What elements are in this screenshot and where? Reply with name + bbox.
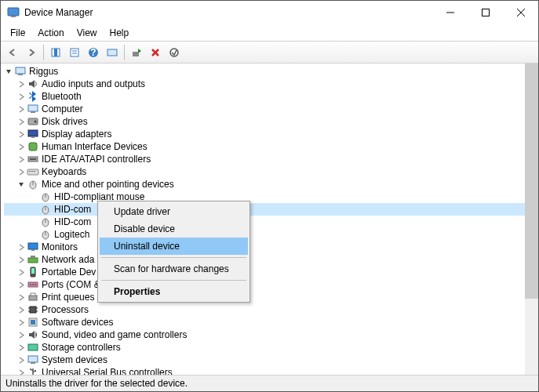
chevron-right-icon[interactable] xyxy=(16,343,26,352)
chevron-right-icon[interactable] xyxy=(16,368,26,375)
chevron-right-icon[interactable] xyxy=(16,242,26,252)
tree-label: Human Interface Devices xyxy=(42,141,151,152)
chevron-right-icon[interactable] xyxy=(16,318,26,327)
tree-node-monitors[interactable]: Monitors xyxy=(4,241,538,253)
uninstall-button[interactable] xyxy=(147,44,164,61)
ctx-properties[interactable]: Properties xyxy=(100,283,248,300)
ctx-uninstall-device[interactable]: Uninstall device xyxy=(100,238,248,255)
tree-node-usb[interactable]: Universal Serial Bus controllers xyxy=(4,366,538,375)
close-button[interactable] xyxy=(503,1,538,24)
chevron-down-icon[interactable] xyxy=(4,67,13,76)
chevron-right-icon[interactable] xyxy=(16,255,26,264)
tree-node-audio[interactable]: Audio inputs and outputs xyxy=(4,78,538,90)
tree-label: HID-com xyxy=(54,204,94,215)
chevron-right-icon[interactable] xyxy=(16,280,26,289)
tree-label: System devices xyxy=(42,354,111,365)
svg-rect-26 xyxy=(29,143,37,151)
tree-node-ide[interactable]: IDE ATA/ATAPI controllers xyxy=(4,153,538,165)
chevron-right-icon[interactable] xyxy=(16,129,26,139)
ctx-scan-hardware[interactable]: Scan for hardware changes xyxy=(100,260,248,278)
tree-node-ports[interactable]: Ports (COM & xyxy=(4,278,538,291)
titlebar: Device Manager xyxy=(1,1,538,24)
chevron-right-icon[interactable] xyxy=(16,267,26,277)
tree-node-disk[interactable]: Disk drives xyxy=(4,115,538,128)
usb-icon xyxy=(27,366,39,375)
toolbar: ? xyxy=(1,42,538,64)
ctx-update-driver[interactable]: Update driver xyxy=(100,203,248,220)
svg-rect-20 xyxy=(28,105,38,111)
chevron-right-icon[interactable] xyxy=(16,167,26,176)
tree-node-mice-a[interactable]: HID-compliant mouse xyxy=(4,191,538,203)
menu-help[interactable]: Help xyxy=(104,26,136,40)
svg-rect-0 xyxy=(8,8,19,16)
menubar: File Action View Help xyxy=(1,24,538,42)
svg-rect-54 xyxy=(31,293,35,296)
chevron-right-icon[interactable] xyxy=(16,154,26,164)
tree-node-mice[interactable]: Mice and other pointing devices xyxy=(4,178,538,191)
tree-node-mice-c[interactable]: HID-com xyxy=(4,216,538,228)
forward-button[interactable] xyxy=(23,44,40,61)
tree-label: Processors xyxy=(42,304,92,315)
tree-node-system[interactable]: System devices xyxy=(4,354,538,366)
tree-root[interactable]: Riggus xyxy=(4,65,538,78)
svg-rect-3 xyxy=(482,9,489,16)
svg-rect-7 xyxy=(54,49,57,56)
ports-icon xyxy=(27,278,39,291)
tree-node-storage[interactable]: Storage controllers xyxy=(4,341,538,354)
properties-button[interactable] xyxy=(66,44,83,61)
help-button[interactable]: ? xyxy=(85,44,102,61)
svg-rect-53 xyxy=(29,296,37,300)
tree-node-portable[interactable]: Portable Dev xyxy=(4,266,538,278)
tree-node-keyboards[interactable]: Keyboards xyxy=(4,165,538,178)
tree-node-printq[interactable]: Print queues xyxy=(4,291,538,303)
tree-node-hid[interactable]: Human Interface Devices xyxy=(4,140,538,153)
svg-rect-61 xyxy=(31,320,35,325)
tree-node-sound[interactable]: Sound, video and game controllers xyxy=(4,328,538,341)
chevron-right-icon[interactable] xyxy=(16,142,26,151)
menu-view[interactable]: View xyxy=(71,26,104,40)
system-icon xyxy=(27,354,39,366)
scan-button[interactable] xyxy=(104,44,121,61)
chevron-right-icon[interactable] xyxy=(16,104,26,114)
tree-node-bluetooth[interactable]: Bluetooth xyxy=(4,90,538,103)
tree-label: Display adapters xyxy=(42,129,115,140)
chevron-right-icon[interactable] xyxy=(16,292,26,302)
chevron-right-icon[interactable] xyxy=(16,330,26,339)
show-hidden-button[interactable] xyxy=(47,44,64,61)
svg-rect-67 xyxy=(35,370,36,372)
svg-rect-46 xyxy=(31,256,35,258)
mouse-icon xyxy=(39,203,52,216)
menu-file[interactable]: File xyxy=(4,26,31,40)
svg-rect-29 xyxy=(27,169,38,175)
chevron-right-icon[interactable] xyxy=(16,355,26,365)
chevron-right-icon[interactable] xyxy=(16,79,26,89)
maximize-button[interactable] xyxy=(468,1,503,24)
svg-rect-64 xyxy=(31,362,35,364)
tree-node-display[interactable]: Display adapters xyxy=(4,128,538,140)
tree-node-mice-d[interactable]: Logitech xyxy=(4,228,538,241)
ide-icon xyxy=(27,153,39,165)
chevron-right-icon[interactable] xyxy=(16,117,26,126)
chevron-right-icon[interactable] xyxy=(16,305,26,314)
hid-icon xyxy=(27,140,39,153)
menu-action[interactable]: Action xyxy=(31,26,70,40)
scrollbar-thumb[interactable] xyxy=(525,64,538,299)
tree-node-network[interactable]: Network ada xyxy=(4,253,538,266)
minimize-button[interactable] xyxy=(432,1,468,24)
network-icon xyxy=(27,253,39,266)
tree-label: Storage controllers xyxy=(42,342,124,353)
update-driver-button[interactable] xyxy=(128,44,145,61)
chevron-right-icon[interactable] xyxy=(16,92,26,101)
tree-node-computer[interactable]: Computer xyxy=(4,103,538,115)
chevron-down-icon[interactable] xyxy=(16,180,26,189)
ctx-disable-device[interactable]: Disable device xyxy=(100,220,248,238)
tree-label: Logitech xyxy=(54,229,93,240)
svg-rect-13 xyxy=(107,49,117,56)
disable-button[interactable] xyxy=(166,44,183,61)
bluetooth-icon xyxy=(27,90,39,103)
tree-node-software[interactable]: Software devices xyxy=(4,316,538,328)
back-button[interactable] xyxy=(4,44,21,61)
tree-node-mice-b[interactable]: HID-com xyxy=(4,203,538,216)
svg-rect-62 xyxy=(28,344,38,350)
tree-node-processors[interactable]: Processors xyxy=(4,303,538,316)
